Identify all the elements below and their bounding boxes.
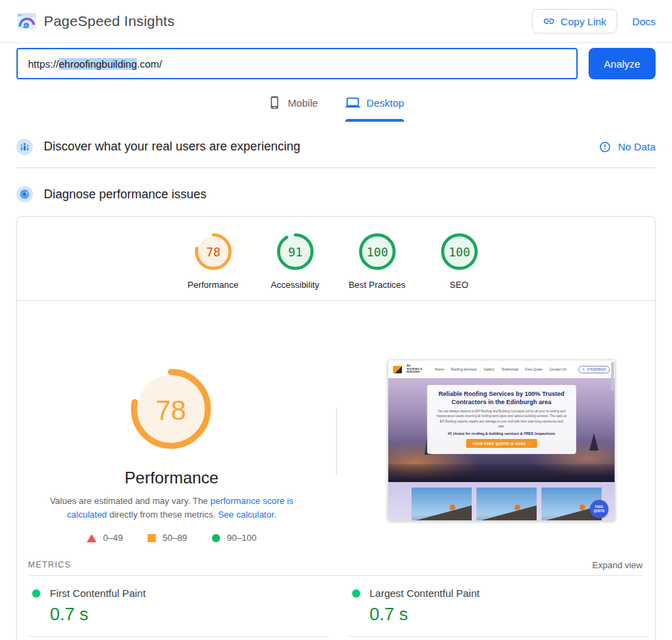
- performance-label[interactable]: Performance: [172, 280, 254, 290]
- smartphone-icon: [268, 96, 282, 109]
- analyze-button[interactable]: Analyze: [589, 48, 656, 79]
- legend-average: 50–89: [148, 533, 187, 543]
- preview-tagline: #1 choice for roofing & building service…: [433, 431, 569, 436]
- performance-gauge[interactable]: 78: [194, 232, 232, 271]
- no-data-status[interactable]: No Data: [599, 141, 656, 153]
- real-users-icon: [16, 139, 33, 155]
- expand-view-button[interactable]: Expand view: [592, 560, 643, 570]
- url-input[interactable]: https://ehroofingbuilding.com/: [16, 48, 578, 79]
- seo-label[interactable]: SEO: [418, 280, 500, 290]
- legend-fail-range: 0–49: [103, 533, 123, 543]
- fail-triangle-icon: [87, 534, 96, 542]
- app-header: PageSpeed Insights Copy Link Docs: [0, 0, 672, 43]
- url-suffix: .com/: [137, 58, 162, 70]
- metric-name: First Contentful Paint: [50, 587, 146, 599]
- accessibility-gauge[interactable]: 91: [276, 232, 314, 271]
- url-prefix: https://: [28, 58, 59, 70]
- pass-dot-icon: [32, 589, 40, 598]
- skyline-spire: [589, 433, 599, 451]
- preview-nav-item: Roofing Services: [451, 367, 477, 371]
- metric-largest-contentful-paint: Largest Contentful Paint 0.7 s: [348, 576, 649, 637]
- preview-nav-item: Gallery: [483, 367, 494, 371]
- legend-pass-range: 90–100: [227, 533, 256, 543]
- gauge-icon: [16, 186, 33, 202]
- section-divider: [16, 168, 656, 168]
- app-title: PageSpeed Insights: [44, 13, 175, 29]
- copy-link-button[interactable]: Copy Link: [532, 9, 617, 34]
- tab-mobile[interactable]: Mobile: [268, 94, 318, 122]
- preview-gallery-strip: FREE QUOTE: [388, 482, 615, 521]
- svg-text:100: 100: [366, 245, 388, 259]
- score-summary-row: 78 Performance 91 Accessibility 100 Best…: [17, 217, 655, 301]
- pagespeed-logo-icon: [16, 12, 37, 31]
- device-tabs: Mobile Desktop: [0, 94, 672, 122]
- preview-nav-item: Home: [435, 367, 444, 371]
- field-data-section: Discover what your real users are experi…: [16, 131, 656, 163]
- preview-site-nav: Home Roofing Services Gallery Testimonia…: [428, 367, 574, 371]
- see-calculator-link[interactable]: See calculator.: [218, 509, 276, 520]
- preview-site-header: EH ROOFING & BUILDING Home Roofing Servi…: [388, 360, 615, 378]
- seo-gauge[interactable]: 100: [440, 232, 479, 271]
- best-practices-label[interactable]: Best Practices: [336, 280, 418, 290]
- metric-value: 0.7 s: [50, 604, 329, 625]
- metric-first-contentful-paint: First Contentful Paint 0.7 s: [28, 576, 329, 637]
- preview-photo: [476, 488, 537, 521]
- preview-nav-item: Free Quote: [525, 367, 542, 371]
- no-data-label: No Data: [618, 141, 656, 152]
- brand: PageSpeed Insights: [16, 12, 175, 31]
- score-best-practices: 100 Best Practices: [336, 232, 418, 290]
- column-divider: [336, 408, 337, 475]
- url-bar: https://ehroofingbuilding.com/ Analyze: [0, 43, 672, 79]
- tab-desktop-label: Desktop: [366, 97, 404, 109]
- metrics-header: METRICS Expand view: [28, 555, 643, 576]
- preview-cta-button: YOUR FREE QUOTE IS HERE →: [466, 439, 537, 448]
- legend-pass: 90–100: [212, 533, 256, 543]
- report-card: 78 Performance 91 Accessibility 100 Best…: [16, 216, 656, 640]
- preview-paragraph: You can always depend on EH Roofing and …: [436, 409, 566, 428]
- link-icon: [543, 15, 555, 27]
- description-text-2: directly from these metrics.: [107, 509, 218, 520]
- active-tab-underline: [345, 119, 404, 122]
- best-practices-gauge[interactable]: 100: [358, 232, 397, 271]
- preview-nav-item: Testimonial: [501, 367, 518, 371]
- header-actions: Copy Link Docs: [532, 9, 656, 34]
- tab-desktop[interactable]: Desktop: [345, 94, 404, 122]
- legend-average-range: 50–89: [163, 533, 187, 543]
- diagnose-section: Diagnose performance issues: [16, 179, 656, 209]
- legend-fail: 0–49: [87, 533, 123, 543]
- preview-photo: [412, 488, 472, 521]
- tab-underline: [268, 119, 318, 122]
- preview-phone-number: 07432636420: [587, 368, 606, 371]
- metric-value: 0.7 s: [370, 604, 649, 625]
- docs-link[interactable]: Docs: [632, 16, 656, 27]
- average-square-icon: [148, 534, 156, 542]
- site-screenshot-thumbnail[interactable]: EH ROOFING & BUILDING Home Roofing Servi…: [388, 360, 615, 521]
- preview-phone-button: ✆ 07432636420: [578, 366, 610, 373]
- score-performance: 78 Performance: [172, 232, 254, 290]
- phone-icon: ✆: [582, 368, 585, 371]
- preview-free-quote-badge: FREE QUOTE: [590, 500, 608, 518]
- preview-site-logo-icon: [393, 366, 402, 373]
- svg-text:78: 78: [156, 395, 187, 425]
- svg-text:91: 91: [288, 245, 302, 259]
- svg-text:100: 100: [448, 245, 470, 259]
- preview-hero: Reliable Roofing Services by 100% Truste…: [388, 378, 615, 482]
- metrics-title: METRICS: [28, 560, 71, 570]
- score-description: Values are estimated and may vary. The p…: [49, 494, 295, 522]
- skyline-silhouette: [388, 464, 615, 482]
- field-data-title: Discover what your real users are experi…: [44, 139, 599, 154]
- preview-site-logo-text: EH ROOFING & BUILDING: [407, 364, 423, 373]
- score-seo: 100 SEO: [418, 232, 500, 290]
- score-accessibility: 91 Accessibility: [254, 232, 336, 290]
- accessibility-label[interactable]: Accessibility: [254, 280, 336, 290]
- preview-hero-panel: Reliable Roofing Services by 100% Truste…: [427, 385, 576, 454]
- featured-performance-gauge[interactable]: 78: [130, 368, 212, 450]
- preview-headline: Reliable Roofing Services by 100% Truste…: [433, 390, 569, 406]
- featured-performance-title: Performance: [35, 468, 308, 488]
- desktop-icon: [345, 95, 360, 110]
- pass-circle-icon: [212, 534, 220, 542]
- description-text: Values are estimated and may vary. The: [50, 496, 211, 506]
- copy-link-label: Copy Link: [561, 16, 606, 27]
- tab-mobile-label: Mobile: [288, 97, 318, 109]
- svg-text:78: 78: [206, 245, 220, 259]
